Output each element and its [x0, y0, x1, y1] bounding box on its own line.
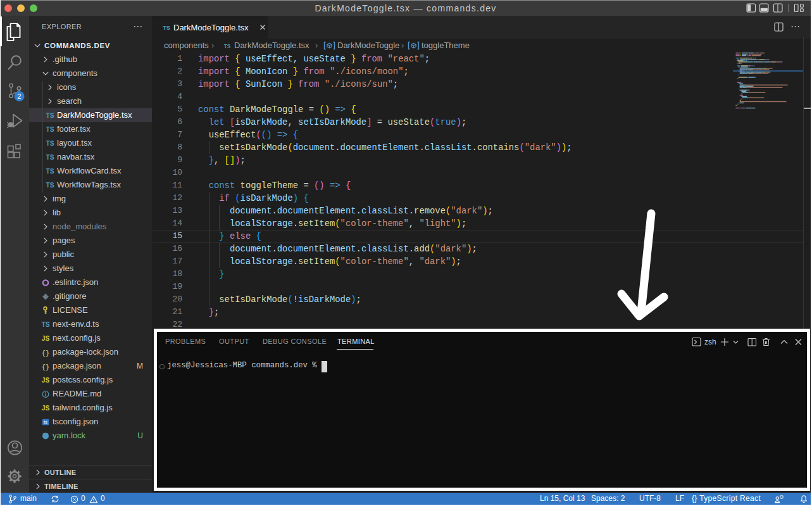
svg-text:zsh: zsh [704, 338, 716, 346]
